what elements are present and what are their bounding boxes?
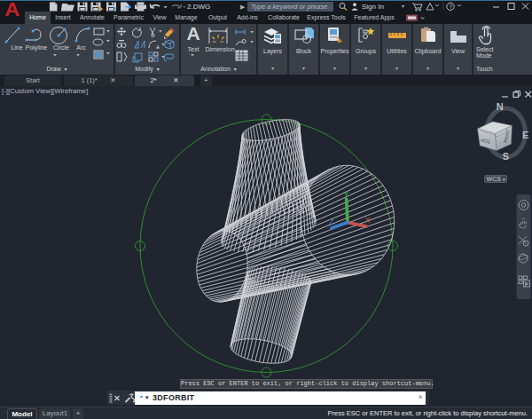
svg-text:X: X — [365, 216, 371, 225]
svg-text:Y: Y — [344, 190, 349, 199]
svg-text:E: E — [522, 130, 528, 140]
svg-text:N: N — [497, 101, 504, 112]
svg-text:S: S — [503, 151, 509, 162]
svg-text:?: ? — [449, 4, 452, 10]
svg-text:Z: Z — [329, 217, 334, 226]
